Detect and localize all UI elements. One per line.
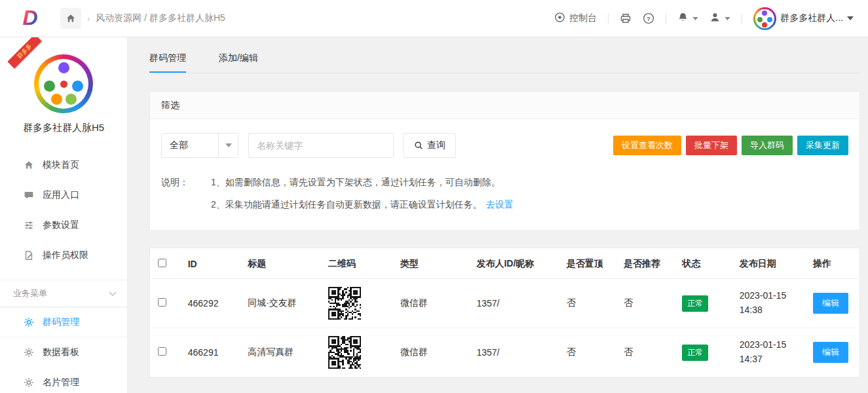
sidebar-item-data-dashboard[interactable]: 数据看板: [0, 337, 127, 367]
permission-icon: [24, 250, 34, 261]
row-checkbox[interactable]: [158, 298, 166, 307]
chevron-down-icon: [218, 134, 238, 157]
header-actions: 操作: [806, 248, 858, 279]
sidebar-item-operator-permissions[interactable]: 操作员权限: [0, 240, 127, 271]
set-view-count-button[interactable]: 设置查看次数: [613, 136, 681, 155]
table-header-row: ID 标题 二维码 类型 发布人ID/昵称 是否置顶 是否推荐 状态 发布日期 …: [151, 248, 858, 279]
table-row: 466292 同城·交友群 微信群 1357/ 否 否 正常 2023-01-1…: [151, 279, 858, 328]
import-group-codes-button[interactable]: 导入群码: [742, 136, 793, 155]
search-button[interactable]: 查询: [404, 133, 456, 158]
select-all-checkbox[interactable]: [158, 259, 166, 267]
sidebar-item-module-home[interactable]: 模块首页: [0, 150, 127, 180]
console-link[interactable]: 控制台: [554, 12, 597, 25]
gear-icon: [24, 347, 34, 358]
app-identity: 群多多 群多多社群人脉H5: [0, 37, 127, 145]
printer-icon[interactable]: [620, 12, 632, 24]
cell-id: 466291: [181, 328, 241, 377]
type-select[interactable]: 全部: [161, 133, 238, 158]
bulk-unpublish-button[interactable]: 批量下架: [686, 136, 737, 155]
console-label: 控制台: [569, 12, 597, 24]
app-logo-icon: D: [16, 5, 44, 32]
row-checkbox[interactable]: [158, 347, 166, 356]
logo-ribbon: 群多多: [7, 34, 41, 68]
topbar-actions: 控制台 ?: [554, 7, 868, 30]
help-icon[interactable]: ?: [643, 12, 654, 24]
edit-button[interactable]: 编辑: [813, 342, 848, 363]
header-is-recommended: 是否推荐: [617, 248, 675, 279]
account-avatar: [753, 7, 776, 30]
app-logo[interactable]: D: [0, 5, 60, 32]
table-row: 466291 高清写真群 微信群 1357/ 否 否 正常 2023-01-15…: [151, 328, 858, 377]
header-id: ID: [181, 248, 241, 279]
note-line-2-text: 2、采集功能请通过计划任务自动更新数据，请正确设置计划任务。: [211, 199, 482, 210]
cell-id: 466292: [181, 279, 241, 328]
filter-panel-title: 筛选: [150, 92, 859, 119]
console-icon: [554, 12, 565, 25]
tab-add-edit[interactable]: 添加/编辑: [219, 52, 258, 73]
cell-is-recommended: 否: [617, 279, 675, 328]
sliders-icon: [24, 220, 34, 231]
breadcrumb: 风动资源网 / 群多多社群人脉H5: [96, 12, 225, 24]
app-avatar: [34, 54, 93, 113]
header-publisher: 发布人ID/昵称: [470, 248, 559, 279]
bell-icon: [677, 12, 689, 25]
collect-update-button[interactable]: 采集更新: [797, 136, 848, 155]
cell-title: 高清写真群: [241, 328, 322, 377]
chevron-down-icon: [847, 16, 854, 20]
cell-is-top: 否: [560, 279, 617, 328]
sidebar-item-label: 群码管理: [43, 316, 79, 328]
cell-is-top: 否: [560, 328, 617, 377]
keyword-input[interactable]: [248, 133, 394, 158]
sidebar-item-group-code-management[interactable]: 群码管理: [0, 307, 127, 337]
group-code-table: ID 标题 二维码 类型 发布人ID/昵称 是否置顶 是否推荐 状态 发布日期 …: [151, 248, 858, 377]
header-publish-date: 发布日期: [733, 248, 806, 279]
account-switcher[interactable]: 群多多社群人...: [753, 7, 854, 30]
sidebar: 群多多 群多多社群人脉H5 模块首页 应用入口 参数设: [0, 37, 128, 393]
divider: [608, 13, 609, 24]
sidebar-item-label: 名片管理: [43, 377, 79, 388]
group-code-table-panel: ID 标题 二维码 类型 发布人ID/昵称 是否置顶 是否推荐 状态 发布日期 …: [149, 248, 860, 378]
sidebar-item-label: 模块首页: [43, 159, 79, 171]
edit-button[interactable]: 编辑: [813, 293, 848, 314]
cell-publish-date: 2023-01-15 14:37: [733, 328, 806, 377]
notifications-menu[interactable]: [677, 12, 698, 25]
sidebar-item-app-entry[interactable]: 应用入口: [0, 180, 127, 210]
note-line-1: 1、如需删除信息，请先设置为下架状态，通过计划任务，可自动删除。: [211, 176, 514, 189]
sidebar-item-parameters[interactable]: 参数设置: [0, 210, 127, 240]
cell-publish-date: 2023-01-15 14:38: [733, 279, 806, 328]
search-button-label: 查询: [427, 140, 445, 151]
user-menu[interactable]: [709, 12, 730, 25]
cell-type: 微信群: [394, 328, 470, 377]
type-select-value: 全部: [162, 140, 218, 151]
qr-code-image: [328, 336, 361, 369]
divider: [666, 13, 666, 24]
gear-icon: [24, 377, 34, 388]
chevron-down-icon: [725, 17, 730, 20]
sidebar-item-card-management[interactable]: 名片管理: [0, 367, 127, 393]
cell-is-recommended: 否: [617, 328, 675, 377]
filter-panel: 筛选 全部 查询 设置查看次数 批量下架 导入群码: [149, 91, 860, 231]
search-icon: [414, 141, 423, 150]
status-badge: 正常: [682, 295, 708, 312]
cell-publisher: 1357/: [470, 328, 559, 377]
header-type: 类型: [394, 248, 470, 279]
sidebar-item-label: 参数设置: [43, 219, 79, 231]
header-status: 状态: [675, 248, 732, 279]
breadcrumb-separator: ›: [87, 14, 90, 24]
bulk-actions: 设置查看次数 批量下架 导入群码 采集更新: [613, 136, 848, 155]
home-icon[interactable]: [60, 8, 81, 29]
home-icon: [24, 160, 34, 170]
account-name: 群多多社群人...: [780, 12, 843, 24]
svg-text:D: D: [22, 6, 37, 29]
go-to-settings-link[interactable]: 去设置: [486, 199, 514, 210]
chat-icon: [24, 190, 34, 200]
notes-block: 说明： 1、如需删除信息，请先设置为下架状态，通过计划任务，可自动删除。 2、采…: [161, 176, 848, 212]
app-title: 群多多社群人脉H5: [0, 122, 127, 134]
sidebar-section-business-menu[interactable]: 业务菜单: [0, 280, 127, 307]
chevron-down-icon: [692, 17, 698, 20]
tab-group-code-management[interactable]: 群码管理: [149, 52, 186, 73]
gear-icon: [24, 317, 34, 328]
tab-bar: 群码管理 添加/编辑: [149, 37, 860, 73]
main-content: 群码管理 添加/编辑 筛选 全部 查询 设置查看: [128, 37, 868, 393]
header-qrcode: 二维码: [322, 248, 394, 279]
